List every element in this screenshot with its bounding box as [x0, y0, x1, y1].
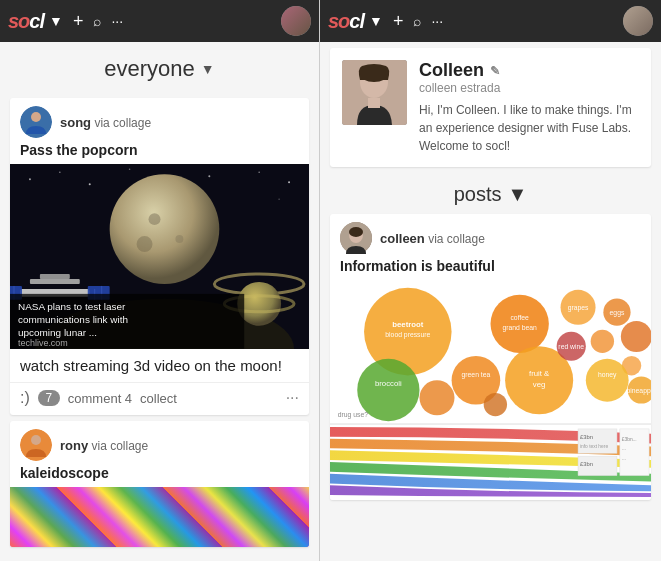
posts-section-header: posts ▼ [320, 173, 661, 214]
svg-text:upcoming lunar ...: upcoming lunar ... [18, 327, 97, 338]
profile-name-row: Colleen ✎ [419, 60, 639, 81]
svg-text:£3bn: £3bn [580, 461, 593, 467]
colleen-post-avatar [340, 222, 372, 254]
post-2-title: kaleidoscope [10, 465, 309, 487]
svg-text:...: ... [622, 446, 626, 451]
svg-text:NASA plans to test laser: NASA plans to test laser [18, 301, 126, 312]
left-logo[interactable]: socl [8, 10, 44, 33]
reaction-count: 7 [38, 390, 60, 406]
post-1-image: NASA plans to test laser communications … [10, 164, 309, 349]
post-1-user-info: song via collage [60, 115, 151, 130]
svg-text:grand bean: grand bean [502, 324, 537, 332]
profile-info: Colleen ✎ colleen estrada Hi, I'm Collee… [419, 60, 639, 155]
post-card-1: song via collage Pass the popcorn [10, 98, 309, 415]
post-2-user-info: rony via collage [60, 438, 148, 453]
svg-point-10 [279, 199, 280, 200]
right-post-header: colleen via collage [330, 214, 651, 258]
svg-point-7 [208, 175, 210, 177]
feed-dropdown-arrow[interactable]: ▼ [201, 61, 215, 77]
svg-text:eggs: eggs [610, 309, 625, 317]
left-more-icon[interactable]: ··· [111, 13, 123, 29]
svg-point-4 [59, 171, 61, 173]
svg-text:grapes: grapes [568, 304, 589, 312]
svg-text:drug use?: drug use? [338, 411, 368, 419]
svg-rect-75 [578, 429, 617, 453]
reaction-button[interactable]: :) [20, 389, 30, 407]
right-user-avatar[interactable] [623, 6, 653, 36]
left-dropdown-icon[interactable]: ▼ [49, 13, 63, 29]
svg-text:broccoli: broccoli [375, 379, 402, 388]
post-2-via: via collage [92, 439, 149, 453]
posts-dropdown-arrow[interactable]: ▼ [508, 183, 528, 206]
svg-rect-19 [40, 274, 70, 279]
svg-point-56 [621, 321, 651, 352]
svg-point-72 [484, 393, 507, 416]
svg-point-8 [258, 171, 260, 173]
right-add-icon[interactable]: + [393, 11, 404, 32]
profile-card: Colleen ✎ colleen estrada Hi, I'm Collee… [330, 48, 651, 167]
svg-text:info text here: info text here [580, 444, 608, 449]
svg-point-12 [110, 174, 220, 284]
right-search-icon[interactable]: ⌕ [413, 13, 421, 29]
svg-point-36 [31, 435, 41, 445]
svg-text:green tea: green tea [462, 371, 491, 379]
svg-point-55 [591, 330, 614, 353]
svg-text:blood pressure: blood pressure [385, 331, 430, 339]
right-post-username: colleen [380, 231, 425, 246]
left-user-avatar[interactable] [281, 6, 311, 36]
edit-profile-icon[interactable]: ✎ [490, 64, 500, 78]
svg-text:beetroot: beetroot [392, 320, 423, 329]
post-1-via: via collage [94, 116, 151, 130]
collect-button[interactable]: collect [140, 391, 177, 406]
more-actions-button[interactable]: ··· [286, 389, 299, 407]
svg-text:coffee: coffee [510, 314, 529, 321]
post-1-caption: watch streaming 3d video on the moon! [10, 349, 309, 382]
svg-rect-40 [368, 98, 380, 108]
svg-text:£3bn...: £3bn... [622, 437, 637, 442]
right-post-user-info: colleen via collage [380, 231, 485, 246]
svg-point-3 [29, 178, 31, 180]
left-panel: socl ▼ + ⌕ ··· everyone ▼ [0, 0, 320, 561]
profile-name-text: Colleen [419, 60, 484, 81]
svg-text:pineapple: pineapple [627, 387, 651, 395]
right-panel: socl ▼ + ⌕ ··· [320, 0, 661, 561]
svg-text:...: ... [622, 456, 626, 461]
right-post-title: Information is beautiful [330, 258, 651, 280]
left-navbar: socl ▼ + ⌕ ··· [0, 0, 319, 42]
left-add-icon[interactable]: + [73, 11, 84, 32]
post-2-header: rony via collage [10, 421, 309, 465]
profile-bio: Hi, I'm Colleen. I like to make things. … [419, 101, 639, 155]
svg-point-5 [89, 183, 91, 185]
svg-point-9 [288, 181, 290, 183]
post-2-avatar [20, 429, 52, 461]
post-1-header: song via collage [10, 98, 309, 142]
svg-text:fruit &: fruit & [529, 369, 550, 378]
right-more-icon[interactable]: ··· [431, 13, 443, 29]
post-1-title: Pass the popcorn [10, 142, 309, 164]
svg-point-71 [419, 380, 454, 415]
svg-point-65 [586, 359, 629, 402]
right-dropdown-icon[interactable]: ▼ [369, 13, 383, 29]
right-content: Colleen ✎ colleen estrada Hi, I'm Collee… [320, 42, 661, 561]
svg-rect-18 [30, 279, 80, 284]
svg-text:red wine: red wine [558, 343, 584, 350]
right-logo[interactable]: socl [328, 10, 364, 33]
feed-section-header: everyone ▼ [0, 42, 319, 92]
left-feed: everyone ▼ song via collage Pa [0, 42, 319, 561]
post-1-avatar [20, 106, 52, 138]
infographic-image: beetroot blood pressure coffee grand bea… [330, 280, 651, 500]
post-2-image [10, 487, 309, 547]
left-search-icon[interactable]: ⌕ [93, 13, 101, 29]
right-navbar: socl ▼ + ⌕ ··· [320, 0, 661, 42]
profile-avatar [342, 60, 407, 125]
svg-point-43 [349, 227, 363, 237]
comment-button[interactable]: comment 4 [68, 391, 132, 406]
post-1-username: song [60, 115, 91, 130]
svg-text:communications link with: communications link with [18, 314, 128, 325]
post-1-actions: :) 7 comment 4 collect ··· [10, 382, 309, 415]
right-post-card: colleen via collage Information is beaut… [330, 214, 651, 500]
right-post-via: via collage [428, 232, 485, 246]
svg-point-13 [149, 213, 161, 225]
post-2-username: rony [60, 438, 88, 453]
svg-point-14 [175, 235, 183, 243]
